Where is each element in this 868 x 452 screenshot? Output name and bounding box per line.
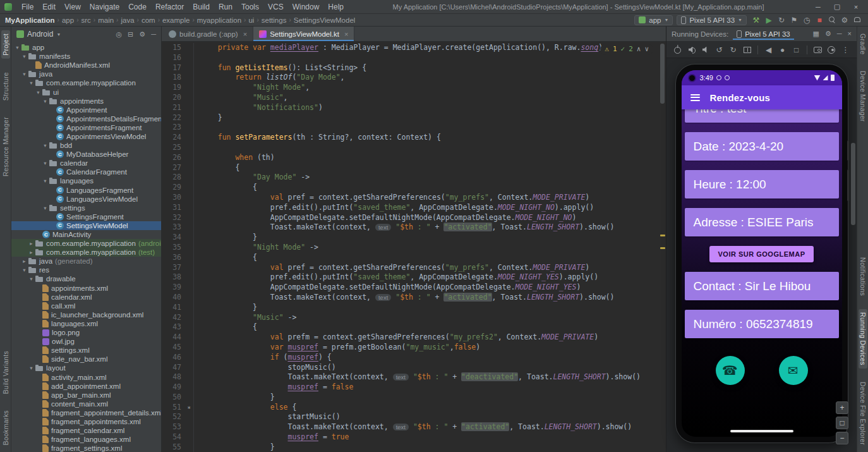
breadcrumb-settings[interactable]: settings [262, 16, 287, 24]
tree-item-drawable[interactable]: ▾drawable [11, 274, 161, 283]
tree-item-fragment-settings-xml[interactable]: fragment_settings.xml [11, 444, 161, 452]
call-fab-button[interactable]: ☎ [716, 356, 745, 385]
tree-item-fragment-calendar-xml[interactable]: fragment_calendar.xml [11, 426, 161, 435]
power-icon[interactable] [673, 44, 682, 56]
tree-item-com-example-myapplication-androidtest[interactable]: ▸com.example.myapplication(androidTest) [11, 239, 161, 248]
breadcrumb-app[interactable]: app [62, 16, 74, 24]
tree-item-settings[interactable]: ▾settings [11, 204, 161, 212]
menu-vcs[interactable]: VCS [263, 1, 288, 13]
home-icon[interactable]: ● [778, 44, 787, 56]
warning-stripe-mark[interactable] [660, 247, 665, 249]
tree-item-fragment-languages-xml[interactable]: fragment_languages.xml [11, 435, 161, 444]
breadcrumb-ui[interactable]: ui [248, 16, 254, 24]
tree-item-appointments-xml[interactable]: appointments.xml [11, 284, 161, 293]
chevron-expanded-icon[interactable]: ▾ [42, 205, 49, 211]
tab-close-icon[interactable]: × [243, 30, 247, 38]
tree-item-com-example-myapplication-test[interactable]: ▸com.example.myapplication(test) [11, 248, 161, 257]
locate-file-icon[interactable]: ◎ [116, 30, 123, 39]
editor-tab-build-gradle-app[interactable]: build.gradle (:app)× [163, 27, 253, 41]
chevron-collapsed-icon[interactable]: ▸ [21, 258, 28, 264]
back-icon[interactable]: ◀ [764, 44, 773, 56]
tree-item-settings-xml[interactable]: settings.xml [11, 346, 161, 355]
menu-view[interactable]: View [60, 1, 85, 13]
tree-item-java-generated[interactable]: ▸java(generated) [11, 257, 161, 266]
tool-window-button-structure[interactable]: Structure [1, 69, 10, 104]
tool-window-button-build-variants[interactable]: Build Variants [1, 348, 10, 397]
run-configuration-select[interactable]: app ▼ [634, 15, 673, 25]
screenshot-icon[interactable] [813, 44, 823, 56]
debug-icon[interactable]: ⚑ [788, 15, 800, 26]
code-editor[interactable]: 15 private var mediaPlayer : MediaPlayer… [162, 42, 666, 452]
hide-panel-icon[interactable]: ─ [151, 30, 156, 39]
chevron-expanded-icon[interactable]: ▾ [42, 160, 49, 166]
tree-item-call-xml[interactable]: call.xml [11, 302, 161, 310]
tree-item-layout[interactable]: ▾layout [11, 363, 161, 372]
zoom-in-button[interactable]: + [836, 401, 848, 414]
search-everywhere-icon[interactable] [826, 15, 838, 26]
tree-item-manifests[interactable]: ▾manifests [11, 52, 161, 61]
tree-item-app[interactable]: ▾app [11, 43, 161, 52]
editor-tab-settingsviewmodel-kt[interactable]: SettingsViewModel.kt× [253, 27, 354, 41]
project-view-select[interactable]: Android [27, 30, 53, 39]
tree-item-languagesviewmodel[interactable]: CLanguagesViewModel [11, 195, 161, 204]
maximize-button[interactable]: ▢ [828, 1, 847, 12]
tool-window-button-device-file-explorer[interactable]: Device File Explorer [859, 379, 867, 448]
tree-item-mainactivity[interactable]: CMainActivity [11, 230, 161, 239]
zoom-out-button[interactable]: − [836, 432, 848, 444]
tree-item-appointmentsviewmodel[interactable]: CAppointmentsViewModel [11, 132, 161, 141]
chevron-expanded-icon[interactable]: ▾ [28, 365, 35, 371]
tree-item-languagesfragment[interactable]: CLanguagesFragment [11, 186, 161, 195]
settings-icon[interactable]: ⚙ [825, 30, 831, 38]
chevron-expanded-icon[interactable]: ▾ [21, 53, 28, 59]
chevron-expanded-icon[interactable]: ▾ [14, 44, 21, 51]
menu-edit[interactable]: Edit [38, 1, 60, 13]
tree-item-fragment-appointments-xml[interactable]: fragment_appointments.xml [11, 417, 161, 426]
tree-item-appointment[interactable]: CAppointment [11, 106, 161, 114]
more-options-icon[interactable]: ⋮ [841, 44, 850, 56]
chevron-expanded-icon[interactable]: ▾ [28, 80, 35, 86]
tool-window-button-notifications[interactable]: Notifications [859, 254, 867, 299]
hamburger-menu-icon[interactable] [690, 92, 700, 102]
scrollbar-thumb[interactable] [660, 44, 665, 104]
collapse-all-icon[interactable]: ⊟ [128, 30, 133, 39]
settings-icon[interactable]: ⚙ [139, 30, 145, 39]
rotate-left-icon[interactable]: ↺ [714, 44, 724, 56]
tree-item-ic-launcher-background-xml[interactable]: ic_launcher_background.xml [11, 310, 161, 319]
menu-tools[interactable]: Tools [237, 1, 263, 13]
menu-code[interactable]: Code [124, 1, 151, 13]
chevron-expanded-icon[interactable]: ▾ [42, 142, 49, 149]
volume-down-icon[interactable] [701, 44, 710, 56]
device-select[interactable]: Pixel 5 API 33 ▼ [677, 15, 747, 25]
tree-item-calendar[interactable]: ▾calendar [11, 159, 161, 168]
tree-item-com-example-myapplication[interactable]: ▾com.example.myapplication [11, 78, 161, 87]
tool-window-button-device-manager[interactable]: Device Manager [859, 68, 867, 125]
tree-item-activity-main-xml[interactable]: activity_main.xml [11, 372, 161, 381]
rotate-right-icon[interactable]: ↻ [728, 44, 738, 56]
run-icon[interactable]: ▶ [763, 15, 775, 26]
tree-item-side-nav-bar-xml[interactable]: side_nav_bar.xml [11, 355, 161, 363]
settings-icon[interactable]: ⚙ [839, 15, 850, 26]
tree-item-content-main-xml[interactable]: content_main.xml [11, 400, 161, 408]
device-tab-pixel-5[interactable]: Pixel 5 API 33 [733, 28, 794, 40]
tool-window-button-bookmarks[interactable]: Bookmarks [1, 407, 10, 448]
email-fab-button[interactable]: ✉ [779, 356, 808, 385]
menu-refactor[interactable]: Refactor [151, 1, 188, 13]
menu-window[interactable]: Window [288, 1, 324, 13]
next-problem-icon[interactable]: ∨ [644, 44, 649, 54]
tree-item-languages[interactable]: ▾languages [11, 176, 161, 185]
chevron-expanded-icon[interactable]: ▾ [28, 276, 35, 282]
breadcrumb-java[interactable]: java [121, 16, 134, 24]
googlemap-button[interactable]: VOIR SUR GOOGLEMAP [709, 246, 814, 262]
chevron-expanded-icon[interactable]: ▾ [42, 98, 49, 104]
zoom-fit-button[interactable]: □ [836, 417, 848, 429]
volume-up-icon[interactable] [687, 44, 696, 56]
tree-item-calendar-xml[interactable]: calendar.xml [11, 293, 161, 302]
close-button[interactable]: × [847, 2, 865, 12]
minimize-panel-icon[interactable]: ─ [837, 30, 842, 38]
close-panel-icon[interactable]: × [848, 30, 852, 38]
tool-window-button-project[interactable]: Project [1, 30, 10, 59]
chevron-collapsed-icon[interactable]: ▸ [28, 249, 35, 255]
menu-file[interactable]: File [17, 1, 38, 13]
tree-item-androidmanifest-xml[interactable]: AndroidManifest.xml [11, 61, 161, 70]
tree-item-res[interactable]: ▾res [11, 266, 161, 274]
